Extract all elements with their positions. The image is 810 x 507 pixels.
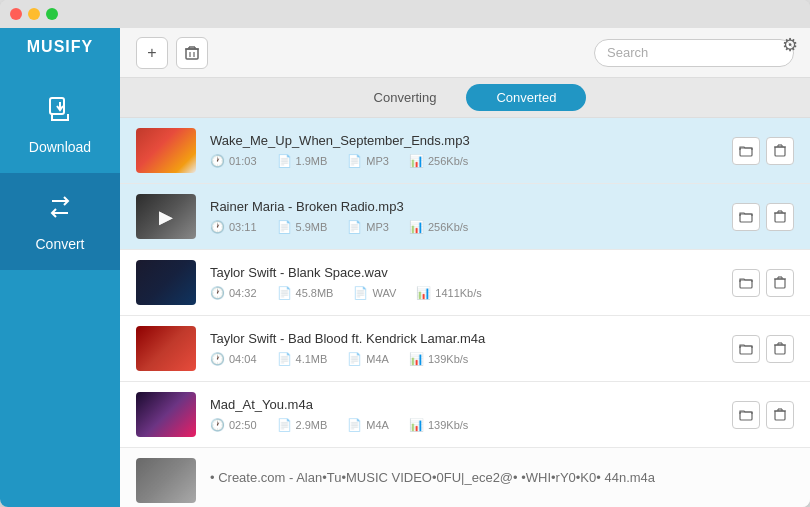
toolbar-left: +	[136, 37, 208, 69]
meta-bitrate: 📊 256Kb/s	[409, 154, 468, 168]
open-folder-button[interactable]	[732, 335, 760, 363]
delete-button[interactable]	[176, 37, 208, 69]
file-meta: 🕐 03:11 📄 5.9MB 📄 MP3	[210, 220, 722, 234]
clock-icon: 🕐	[210, 286, 225, 300]
file-name: • Create.com - Alan•Tu•MUSIC VIDEO•0FU|_…	[210, 470, 794, 485]
delete-file-button[interactable]	[766, 269, 794, 297]
file-info: Wake_Me_Up_When_September_Ends.mp3 🕐 01:…	[210, 133, 722, 168]
clock-icon: 🕐	[210, 154, 225, 168]
svg-rect-21	[740, 280, 752, 288]
file-actions	[732, 137, 794, 165]
clock-icon: 🕐	[210, 418, 225, 432]
file-info: Mad_At_You.m4a 🕐 02:50 📄 2.9MB	[210, 397, 722, 432]
sidebar-item-download[interactable]: Download	[0, 76, 120, 173]
search-input[interactable]	[594, 39, 794, 67]
file-actions	[732, 203, 794, 231]
bitrate-icon: 📊	[416, 286, 431, 300]
sidebar-item-convert-label: Convert	[35, 236, 84, 252]
file-size-icon: 📄	[277, 418, 292, 432]
file-size-icon: 📄	[277, 352, 292, 366]
file-meta: 🕐 02:50 📄 2.9MB 📄 M4A	[210, 418, 722, 432]
bitrate-icon: 📊	[409, 418, 424, 432]
file-thumbnail	[136, 326, 196, 371]
meta-size: 📄 1.9MB	[277, 154, 328, 168]
format-icon: 📄	[347, 154, 362, 168]
meta-format: 📄 MP3	[347, 220, 389, 234]
tab-bar: Converting Converted	[120, 78, 810, 118]
sidebar: MUSIFY Download	[0, 28, 120, 507]
file-thumbnail: ▶	[136, 194, 196, 239]
file-info: • Create.com - Alan•Tu•MUSIC VIDEO•0FU|_…	[210, 470, 794, 491]
file-thumbnail	[136, 392, 196, 437]
format-icon: 📄	[347, 418, 362, 432]
svg-rect-34	[775, 411, 785, 420]
close-button[interactable]	[10, 8, 22, 20]
open-folder-button[interactable]	[732, 137, 760, 165]
tab-converted[interactable]: Converted	[466, 84, 586, 111]
open-folder-button[interactable]	[732, 401, 760, 429]
title-bar	[0, 0, 810, 28]
meta-size: 📄 45.8MB	[277, 286, 334, 300]
meta-bitrate: 📊 256Kb/s	[409, 220, 468, 234]
bitrate-icon: 📊	[409, 352, 424, 366]
minimize-button[interactable]	[28, 8, 40, 20]
delete-file-button[interactable]	[766, 401, 794, 429]
file-info: Rainer Maria - Broken Radio.mp3 🕐 03:11 …	[210, 199, 722, 234]
clock-icon: 🕐	[210, 220, 225, 234]
sidebar-item-download-label: Download	[29, 139, 91, 155]
file-name: Mad_At_You.m4a	[210, 397, 722, 412]
maximize-button[interactable]	[46, 8, 58, 20]
settings-icon[interactable]: ⚙	[782, 34, 798, 56]
svg-rect-16	[775, 213, 785, 222]
open-folder-button[interactable]	[732, 203, 760, 231]
file-item: Mad_At_You.m4a 🕐 02:50 📄 2.9MB	[120, 382, 810, 448]
file-name: Wake_Me_Up_When_September_Ends.mp3	[210, 133, 722, 148]
bitrate-icon: 📊	[409, 154, 424, 168]
meta-duration: 🕐 02:50	[210, 418, 257, 432]
file-thumbnail	[136, 128, 196, 173]
file-name: Taylor Swift - Blank Space.wav	[210, 265, 722, 280]
meta-bitrate: 📊 139Kb/s	[409, 418, 468, 432]
file-size-icon: 📄	[277, 286, 292, 300]
file-size-icon: 📄	[277, 154, 292, 168]
delete-file-button[interactable]	[766, 203, 794, 231]
format-icon: 📄	[353, 286, 368, 300]
meta-format: 📄 MP3	[347, 154, 389, 168]
open-folder-button[interactable]	[732, 269, 760, 297]
add-button[interactable]: +	[136, 37, 168, 69]
file-size-icon: 📄	[277, 220, 292, 234]
svg-rect-9	[740, 148, 752, 156]
meta-size: 📄 4.1MB	[277, 352, 328, 366]
traffic-lights	[10, 8, 58, 20]
meta-format: 📄 M4A	[347, 418, 389, 432]
meta-bitrate: 📊 1411Kb/s	[416, 286, 481, 300]
svg-rect-2	[186, 49, 198, 59]
file-item: • Create.com - Alan•Tu•MUSIC VIDEO•0FU|_…	[120, 448, 810, 507]
tab-converting[interactable]: Converting	[344, 84, 467, 111]
svg-rect-33	[740, 412, 752, 420]
file-actions	[732, 335, 794, 363]
format-icon: 📄	[347, 220, 362, 234]
meta-duration: 🕐 01:03	[210, 154, 257, 168]
delete-file-button[interactable]	[766, 137, 794, 165]
meta-size: 📄 5.9MB	[277, 220, 328, 234]
file-thumbnail	[136, 458, 196, 503]
file-meta: 🕐 01:03 📄 1.9MB 📄 MP3	[210, 154, 722, 168]
file-name: Rainer Maria - Broken Radio.mp3	[210, 199, 722, 214]
file-info: Taylor Swift - Blank Space.wav 🕐 04:32 📄…	[210, 265, 722, 300]
svg-rect-22	[775, 279, 785, 288]
sidebar-item-convert[interactable]: Convert	[0, 173, 120, 270]
svg-rect-10	[775, 147, 785, 156]
convert-icon	[44, 191, 76, 230]
file-meta: 🕐 04:04 📄 4.1MB 📄 M4A	[210, 352, 722, 366]
file-actions	[732, 401, 794, 429]
delete-file-button[interactable]	[766, 335, 794, 363]
toolbar: + ⚙	[120, 28, 810, 78]
meta-duration: 🕐 04:32	[210, 286, 257, 300]
file-actions	[732, 269, 794, 297]
meta-duration: 🕐 04:04	[210, 352, 257, 366]
clock-icon: 🕐	[210, 352, 225, 366]
format-icon: 📄	[347, 352, 362, 366]
meta-duration: 🕐 03:11	[210, 220, 257, 234]
meta-size: 📄 2.9MB	[277, 418, 328, 432]
